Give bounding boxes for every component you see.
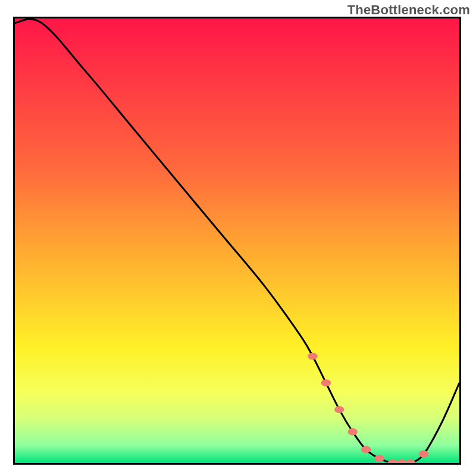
emphasis-dot [361,446,371,453]
emphasis-dots [308,353,428,463]
emphasis-dot [419,450,428,458]
emphasis-dot [348,428,358,436]
emphasis-dot [388,459,397,463]
chart-stage: TheBottleneck.com [0,0,476,476]
plot-area [13,17,461,465]
emphasis-dot [308,353,317,360]
emphasis-dot [321,380,331,387]
emphasis-dot [406,459,415,463]
watermark-label: TheBottleneck.com [347,2,470,18]
bottleneck-curve [15,19,459,463]
emphasis-dot [334,406,344,413]
emphasis-dot [397,459,406,463]
bottleneck-curve-layer [15,18,459,463]
emphasis-dot [374,455,384,462]
